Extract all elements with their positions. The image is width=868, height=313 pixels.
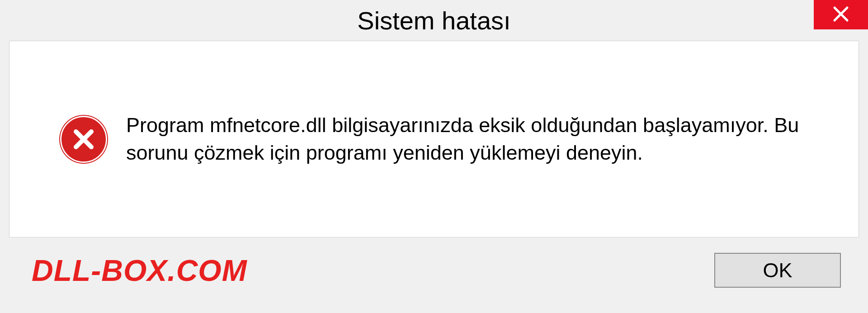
close-icon bbox=[832, 5, 850, 25]
watermark-text: DLL-BOX.COM bbox=[32, 253, 714, 288]
error-icon-wrapper bbox=[59, 115, 108, 164]
close-button[interactable] bbox=[814, 0, 868, 29]
ok-button-label: OK bbox=[763, 259, 792, 282]
error-icon bbox=[60, 116, 107, 163]
dialog-content: Program mfnetcore.dll bilgisayarınızda e… bbox=[9, 41, 859, 237]
dialog-message: Program mfnetcore.dll bilgisayarınızda e… bbox=[126, 112, 822, 167]
titlebar: Sistem hatası bbox=[0, 0, 868, 41]
dialog-footer: DLL-BOX.COM OK bbox=[0, 237, 868, 303]
dialog-title: Sistem hatası bbox=[357, 6, 510, 35]
ok-button[interactable]: OK bbox=[714, 253, 841, 288]
